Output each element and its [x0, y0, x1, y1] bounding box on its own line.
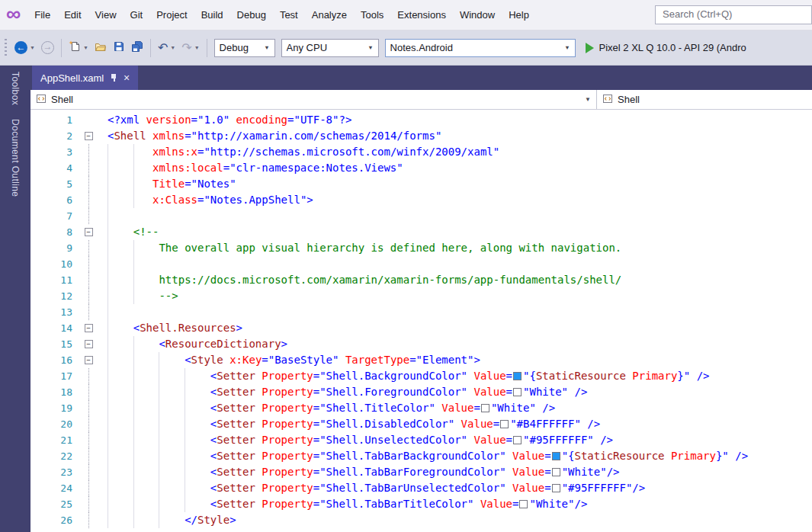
menu-item-extensions[interactable]: Extensions [390, 0, 453, 30]
type-navigator-dropdown[interactable]: Shell ▼ [30, 90, 596, 109]
fold-margin: − [79, 128, 98, 144]
fold-margin [79, 416, 98, 432]
start-debugging-button[interactable]: Pixel 2 XL Q 10.0 - API 29 (Andro [586, 42, 809, 53]
code-token: Setter [217, 498, 255, 510]
undo-button[interactable]: ↶ ▼ [155, 37, 178, 59]
indent-guides [108, 432, 210, 448]
fold-guide-line [88, 256, 89, 272]
indent-guides [108, 496, 210, 512]
indent-guides [108, 240, 159, 256]
code-token: "#95FFFFFF"/> [562, 482, 646, 494]
menu-item-file[interactable]: File [27, 0, 57, 30]
new-file-button[interactable]: ▼ [66, 37, 91, 59]
fold-toggle-icon[interactable]: − [85, 340, 93, 348]
menu-item-git[interactable]: Git [124, 0, 150, 30]
menu-item-test[interactable]: Test [273, 0, 305, 30]
code-token: Setter [217, 402, 255, 414]
code-token: ="Shell.ForegroundColor" [313, 386, 467, 398]
menu-item-debug[interactable]: Debug [230, 0, 273, 30]
code-token: Setter [217, 434, 255, 446]
code-text: <Setter Property="Shell.TabBarTitleColor… [98, 496, 812, 512]
fold-toggle-icon[interactable]: − [85, 324, 93, 332]
open-folder-icon [95, 40, 107, 56]
fold-toggle-icon[interactable]: − [85, 356, 93, 364]
code-token: ="Element"> [409, 354, 480, 366]
code-token: }" /> [677, 370, 709, 382]
indent-guides [108, 304, 133, 320]
pin-icon[interactable] [110, 73, 117, 82]
toolbar-drag-grip[interactable] [5, 39, 7, 57]
code-token: > [236, 322, 242, 334]
solution-platforms-combo[interactable]: Any CPU ▼ [281, 39, 379, 57]
line-number: 4 [30, 160, 79, 176]
startup-projects-combo[interactable]: Notes.Android ▼ [385, 39, 576, 57]
code-line: 19<Setter Property="Shell.TitleColor" Va… [30, 400, 812, 416]
code-token: > [281, 338, 287, 350]
close-icon[interactable]: × [124, 72, 130, 83]
menu-item-help[interactable]: Help [502, 0, 536, 30]
new-file-dropdown-icon[interactable]: ▼ [83, 45, 88, 50]
fold-toggle-icon[interactable]: − [85, 228, 93, 236]
fold-guide-line [88, 144, 89, 160]
quick-search-input[interactable]: Search (Ctrl+Q) [655, 5, 812, 24]
menu-item-analyze[interactable]: Analyze [305, 0, 354, 30]
code-token: Setter [217, 418, 255, 430]
code-token: Style [191, 354, 223, 366]
line-number: 18 [30, 384, 79, 400]
navigation-bar: Shell ▼ Shell [30, 90, 812, 110]
menu-item-build[interactable]: Build [194, 0, 230, 30]
code-token: Value [506, 450, 545, 462]
fold-margin [79, 464, 98, 480]
code-text [98, 304, 812, 320]
code-token: ="Shell.DisabledColor" [313, 418, 454, 430]
undo-dropdown-icon[interactable]: ▼ [170, 45, 175, 50]
code-editor[interactable]: 1<?xml version="1.0" encoding="UTF-8"?>2… [30, 110, 812, 532]
code-line: 20<Setter Property="Shell.DisabledColor"… [30, 416, 812, 432]
toolbar-separator [61, 39, 62, 57]
side-tab-toolbox[interactable]: Toolbox [10, 72, 21, 105]
code-text: The overall app visual hierarchy is defi… [98, 240, 812, 256]
code-line: 5Title="Notes" [30, 176, 812, 192]
document-tab-title: AppShell.xaml [40, 72, 104, 84]
line-number: 24 [30, 480, 79, 496]
indent-guides [108, 160, 152, 176]
redo-button[interactable]: ↷ ▼ [178, 37, 202, 59]
code-line: 3xmlns:x="http://schemas.microsoft.com/w… [30, 144, 812, 160]
code-text: <Shell xmlns="http://xamarin.com/schemas… [98, 128, 812, 144]
side-tab-document-outline[interactable]: Document Outline [10, 119, 21, 197]
code-token: Property [255, 482, 313, 494]
save-all-button[interactable] [128, 37, 146, 59]
indent-guides [108, 480, 210, 496]
menu-item-tools[interactable]: Tools [354, 0, 390, 30]
indent-guides [108, 176, 152, 192]
startup-project-value: Notes.Android [390, 42, 560, 53]
navigate-back-dropdown-icon[interactable]: ▼ [30, 45, 35, 50]
fold-margin [79, 384, 98, 400]
redo-dropdown-icon[interactable]: ▼ [194, 45, 200, 50]
fold-guide-line [88, 448, 89, 464]
menu-item-window[interactable]: Window [453, 0, 502, 30]
navigate-forward-button[interactable]: → [38, 37, 57, 59]
fold-toggle-icon[interactable]: − [85, 132, 93, 140]
menu-item-edit[interactable]: Edit [57, 0, 88, 30]
member-navigator-dropdown[interactable]: Shell [597, 90, 812, 109]
code-token: Setter [217, 386, 255, 398]
code-token: ="Shell.UnselectedColor" [313, 434, 467, 446]
solution-configurations-combo[interactable]: Debug ▼ [214, 39, 275, 57]
document-area: AppShell.xaml × Shell ▼ [30, 66, 812, 532]
code-line: 6x:Class="Notes.AppShell"> [30, 192, 812, 208]
menu-item-project[interactable]: Project [149, 0, 194, 30]
navigate-back-button[interactable]: ← ▼ [11, 37, 38, 59]
color-swatch [500, 420, 509, 428]
fold-margin [79, 368, 98, 384]
code-token: Property [255, 370, 313, 382]
line-number: 3 [30, 144, 79, 160]
tab-appshell-xaml[interactable]: AppShell.xaml × [32, 66, 138, 90]
menu-item-view[interactable]: View [88, 0, 124, 30]
indent-guides [108, 400, 210, 416]
save-button[interactable] [110, 37, 128, 59]
open-file-button[interactable] [91, 37, 110, 59]
line-number: 14 [30, 320, 79, 336]
code-text: <Setter Property="Shell.DisabledColor" V… [98, 416, 812, 432]
line-number: 10 [30, 256, 79, 272]
